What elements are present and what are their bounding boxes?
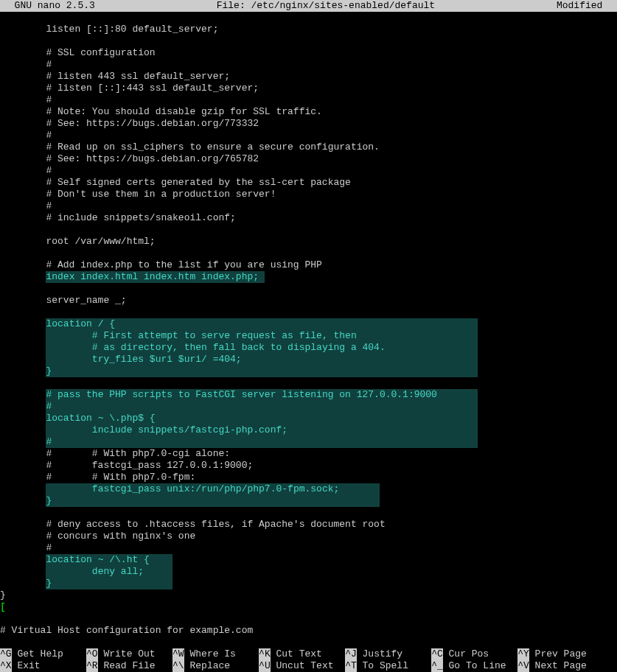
editor-line: [0, 507, 617, 519]
shortcut-key[interactable]: ^V: [517, 660, 529, 672]
shortcut-key[interactable]: ^W: [172, 648, 184, 660]
shortcut-key[interactable]: ^U: [259, 660, 271, 672]
editor-line: #: [0, 59, 617, 71]
editor-line: [0, 35, 617, 47]
editor-line: root /var/www/html;: [0, 236, 617, 248]
shortcut-label: Read File: [98, 660, 172, 671]
editor-line: [0, 613, 617, 625]
shortcut-key[interactable]: ^J: [345, 648, 357, 660]
shortcut-label: Where Is: [184, 648, 259, 659]
editor-line: }: [0, 589, 617, 601]
editor-line: # fastcgi_pass 127.0.0.1:9000;: [0, 460, 617, 472]
editor-line: [0, 377, 617, 389]
editor-line: # See: https://bugs.debian.org/773332: [0, 118, 617, 130]
editor-line: }: [0, 495, 617, 507]
shortcut-key[interactable]: ^\: [172, 660, 184, 672]
title-bar: GNU nano 2.5.3 File: /etc/nginx/sites-en…: [0, 0, 617, 12]
editor-line: server_name _;: [0, 295, 617, 307]
editor-line: [0, 248, 617, 259]
shortcut-label: Replace: [184, 660, 259, 671]
editor-line: #: [0, 542, 617, 554]
editor-line: [0, 12, 617, 24]
editor-line: #: [0, 436, 617, 448]
editor-line: }: [0, 578, 617, 589]
editor-line: # include snippets/snakeoil.conf;: [0, 212, 617, 224]
shortcut-label: Go To Line: [443, 660, 517, 671]
shortcut-label: Write Out: [98, 648, 172, 659]
shortcut-label: Cut Text: [271, 648, 345, 659]
editor-line: index index.html index.htm index.php;: [0, 271, 617, 283]
shortcut-key[interactable]: ^Y: [517, 648, 529, 660]
editor-line: [: [0, 601, 617, 613]
shortcut-key[interactable]: ^T: [345, 660, 357, 672]
shortcut-row-2: ^X Exit ^R Read File ^\ Replace ^U Uncut…: [0, 660, 617, 672]
shortcut-row-1: ^G Get Help ^O Write Out ^W Where Is ^K …: [0, 648, 617, 660]
editor-line: try_files $uri $uri/ =404;: [0, 354, 617, 365]
editor-line: [0, 224, 617, 236]
editor-line: location ~ \.php$ {: [0, 413, 617, 424]
editor-line: listen [::]:80 default_server;: [0, 24, 617, 35]
editor-line: # # With php7.0-cgi alone:: [0, 448, 617, 460]
editor-line: fastcgi_pass unix:/run/php/php7.0-fpm.so…: [0, 483, 617, 495]
editor-line: # First attempt to serve request as file…: [0, 330, 617, 342]
editor-line: # # With php7.0-fpm:: [0, 472, 617, 483]
editor-line: #: [0, 401, 617, 413]
shortcut-label: Justify: [357, 648, 431, 659]
editor-line: include snippets/fastcgi-php.conf;: [0, 424, 617, 436]
editor-line: # Virtual Host configuration for example…: [0, 625, 617, 637]
shortcut-label: Prev Page: [529, 648, 604, 659]
editor-line: #: [0, 200, 617, 212]
editor-line: deny all;: [0, 566, 617, 578]
editor-line: # deny access to .htaccess files, if Apa…: [0, 519, 617, 531]
shortcut-label: Next Page: [529, 660, 604, 671]
shortcut-key[interactable]: ^_: [431, 660, 443, 672]
editor-line: [0, 307, 617, 318]
shortcut-bar: ^G Get Help ^O Write Out ^W Where Is ^K …: [0, 648, 617, 672]
editor-line: # Read up on ssl_ciphers to ensure a sec…: [0, 141, 617, 153]
modified-status: Modified: [557, 0, 614, 12]
editor-line: location ~ /\.ht {: [0, 554, 617, 566]
file-path: File: /etc/nginx/sites-enabled/default: [217, 0, 435, 12]
editor-line: location / {: [0, 318, 617, 330]
shortcut-key[interactable]: ^G: [0, 648, 12, 660]
editor-line: # SSL configuration: [0, 47, 617, 59]
editor-line: #: [0, 165, 617, 177]
editor-line: #: [0, 94, 617, 106]
shortcut-label: Uncut Text: [271, 660, 345, 671]
editor-line: # as directory, then fall back to displa…: [0, 342, 617, 354]
editor-line: # listen 443 ssl default_server;: [0, 71, 617, 83]
editor-line: # concurs with nginx's one: [0, 531, 617, 542]
editor-area[interactable]: listen [::]:80 default_server; # SSL con…: [0, 12, 617, 637]
shortcut-key[interactable]: ^K: [259, 648, 271, 660]
editor-line: }: [0, 365, 617, 377]
editor-line: # pass the PHP scripts to FastCGI server…: [0, 389, 617, 401]
editor-line: #: [0, 130, 617, 141]
shortcut-label: To Spell: [357, 660, 431, 671]
shortcut-key[interactable]: ^O: [86, 648, 98, 660]
editor-line: # Add index.php to the list if you are u…: [0, 259, 617, 271]
editor-line: # Self signed certs generated by the ssl…: [0, 177, 617, 189]
shortcut-key[interactable]: ^C: [431, 648, 443, 660]
editor-line: # Don't use them in a production server!: [0, 189, 617, 200]
shortcut-key[interactable]: ^R: [86, 660, 98, 672]
shortcut-label: Cur Pos: [443, 648, 517, 659]
editor-line: # listen [::]:443 ssl default_server;: [0, 83, 617, 94]
shortcut-key[interactable]: ^X: [0, 660, 12, 672]
shortcut-label: Exit: [12, 660, 86, 671]
editor-line: # See: https://bugs.debian.org/765782: [0, 153, 617, 165]
editor-line: # Note: You should disable gzip for SSL …: [0, 106, 617, 118]
shortcut-label: Get Help: [12, 648, 86, 659]
app-name: GNU nano 2.5.3: [3, 0, 95, 12]
editor-line: [0, 283, 617, 295]
